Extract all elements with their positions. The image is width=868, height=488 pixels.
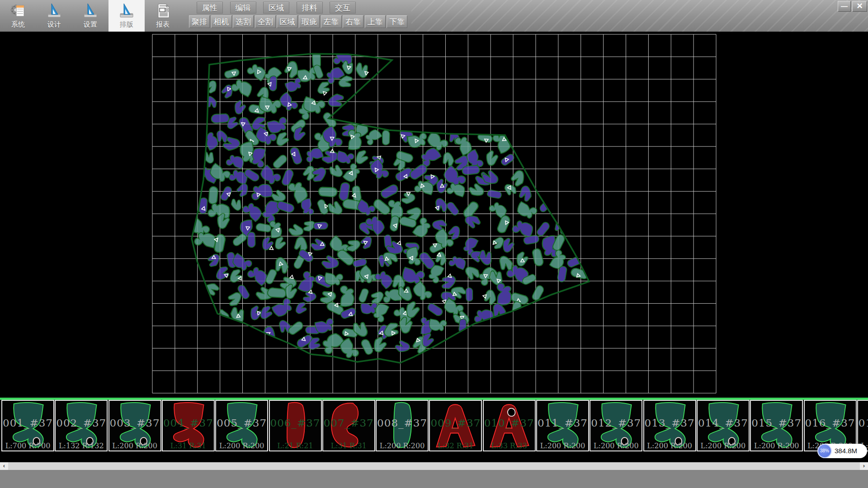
nested-piece[interactable] — [203, 94, 219, 110]
nested-piece[interactable] — [463, 287, 476, 302]
part-thumbnail-008_#37[interactable]: 008_#37L:200 R:200 — [376, 400, 429, 451]
nested-piece[interactable] — [531, 249, 544, 266]
nested-piece[interactable] — [325, 273, 343, 285]
nested-piece[interactable] — [510, 169, 525, 187]
nested-piece[interactable] — [271, 154, 289, 169]
nested-piece[interactable] — [359, 235, 373, 250]
nested-piece[interactable] — [354, 61, 371, 79]
nested-piece[interactable] — [321, 255, 339, 269]
nested-piece[interactable] — [339, 285, 355, 307]
nested-piece[interactable] — [246, 265, 269, 286]
part-thumbnail-001_#37[interactable]: 001_#37L:700 R:700 — [1, 400, 54, 451]
nested-piece[interactable] — [446, 183, 465, 197]
nested-piece[interactable] — [294, 300, 309, 316]
nested-piece[interactable] — [379, 129, 393, 146]
nested-piece[interactable] — [202, 149, 217, 164]
tool-全割-3[interactable]: 全割 — [255, 15, 276, 28]
nested-piece[interactable] — [354, 149, 370, 166]
nested-piece[interactable] — [529, 284, 547, 302]
menu-区域[interactable]: 区域 — [263, 2, 289, 14]
tool-区域-4[interactable]: 区域 — [277, 15, 297, 28]
nested-piece[interactable] — [356, 287, 372, 304]
part-thumbnail-005_#37[interactable]: 005_#37L:200 R:200 — [215, 400, 268, 451]
nested-piece[interactable] — [229, 196, 244, 212]
nested-piece[interactable] — [271, 296, 295, 319]
tool-下靠-9[interactable]: 下靠 — [387, 15, 407, 28]
nested-piece[interactable] — [205, 252, 221, 269]
nested-piece[interactable] — [447, 225, 461, 241]
nav-tab-系统[interactable]: 系统 — [0, 0, 36, 32]
scroll-left-button[interactable]: ‹ — [0, 462, 8, 470]
nested-piece[interactable] — [448, 256, 466, 270]
close-button[interactable]: ✕ — [852, 1, 867, 12]
part-thumbnail-014_#37[interactable]: 014_#37L:200 R:200 — [697, 400, 750, 451]
nested-piece[interactable] — [372, 197, 391, 218]
nested-piece[interactable] — [290, 147, 302, 164]
part-thumbnail-013_#37[interactable]: 013_#37L:200 R:200 — [643, 400, 696, 451]
part-thumbnail-006_#37[interactable]: 006_#37L:21 R:21 — [269, 400, 322, 451]
nested-piece[interactable] — [361, 339, 373, 355]
nested-piece[interactable] — [486, 151, 498, 166]
nested-piece[interactable] — [288, 224, 303, 236]
part-thumbnail-002_#37[interactable]: 002_#37L:132 R:132 — [55, 400, 108, 451]
nested-piece[interactable] — [426, 300, 444, 319]
part-thumbnail-010_#37[interactable]: 010_#37L:33 R:33 — [483, 400, 536, 451]
nested-piece[interactable] — [252, 148, 265, 168]
nesting-svg[interactable] — [0, 32, 868, 398]
part-thumbnail-007_#37[interactable]: 007_#37L:31 R:31 — [322, 400, 375, 451]
part-thumbnail-004_#37[interactable]: 004_#37L:31 R:31 — [162, 400, 215, 451]
nested-piece[interactable] — [464, 215, 481, 229]
nav-tab-排版[interactable]: 排版 — [108, 0, 145, 32]
nested-piece[interactable] — [511, 220, 534, 238]
tool-上靠-8[interactable]: 上靠 — [365, 15, 386, 28]
nested-piece[interactable] — [477, 247, 495, 267]
horizontal-scrollbar[interactable]: ‹ › — [0, 462, 868, 470]
nested-piece[interactable] — [249, 182, 274, 202]
tool-相机-1[interactable]: 相机 — [211, 15, 232, 28]
nested-pieces[interactable] — [187, 51, 590, 361]
nested-piece[interactable] — [328, 163, 345, 178]
nested-piece[interactable] — [275, 131, 291, 148]
nested-piece[interactable] — [228, 267, 244, 285]
nested-piece[interactable] — [246, 62, 268, 81]
nested-piece[interactable] — [287, 321, 305, 336]
nested-piece[interactable] — [241, 201, 264, 222]
nested-piece[interactable] — [437, 179, 448, 193]
nested-piece[interactable] — [285, 61, 298, 78]
nested-piece[interactable] — [317, 183, 339, 201]
tool-聚排-0[interactable]: 聚排 — [189, 15, 210, 28]
part-thumbnail-015_#37[interactable]: 015_#37L:200 R:200 — [750, 400, 803, 451]
nested-piece[interactable] — [534, 221, 552, 237]
nested-piece[interactable] — [400, 191, 416, 205]
menu-属性[interactable]: 属性 — [197, 2, 223, 14]
nested-piece[interactable] — [411, 281, 434, 303]
nav-tab-设置[interactable]: 设置 — [72, 0, 108, 32]
nested-piece[interactable] — [326, 92, 347, 111]
part-thumbnail-011_#37[interactable]: 011_#37L:200 R:200 — [536, 400, 589, 451]
nested-piece[interactable] — [503, 238, 514, 253]
nested-piece[interactable] — [395, 340, 410, 352]
menu-交互[interactable]: 交互 — [330, 2, 356, 14]
nested-piece[interactable] — [494, 214, 514, 235]
nested-piece[interactable] — [440, 151, 456, 168]
nested-piece[interactable] — [224, 68, 239, 79]
nested-piece[interactable] — [259, 304, 274, 321]
tool-左靠-6[interactable]: 左靠 — [321, 15, 342, 28]
nested-piece[interactable] — [495, 282, 512, 306]
nested-piece[interactable] — [274, 236, 287, 251]
minimize-button[interactable]: — — [838, 1, 851, 12]
nested-piece[interactable] — [476, 130, 494, 146]
nested-piece[interactable] — [446, 201, 460, 217]
nested-piece[interactable] — [429, 319, 447, 331]
scroll-right-button[interactable]: › — [860, 462, 868, 470]
nested-piece[interactable] — [516, 201, 538, 220]
nested-piece[interactable] — [231, 233, 248, 247]
tool-选割-2[interactable]: 选割 — [233, 15, 254, 28]
part-thumbnail-012_#37[interactable]: 012_#37L:200 R:200 — [590, 400, 642, 451]
part-thumbnail-009_#37[interactable]: 009_#37L:32 R:31 — [429, 400, 482, 451]
nav-tab-设计[interactable]: 设计 — [36, 0, 72, 32]
nav-tab-报表[interactable]: 报表 — [145, 0, 181, 32]
nested-piece[interactable] — [266, 115, 289, 135]
nested-piece[interactable] — [336, 151, 354, 164]
nested-piece[interactable] — [261, 236, 274, 251]
